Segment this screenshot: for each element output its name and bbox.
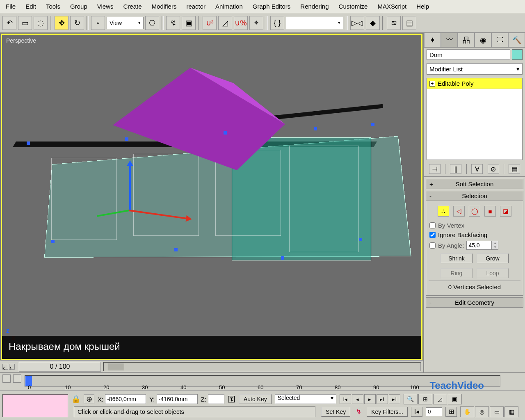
expand-icon[interactable]: + [429, 81, 435, 87]
percent-snap-icon[interactable]: ∪% [234, 16, 248, 30]
align-icon[interactable]: ◆ [366, 16, 380, 30]
menu-modifiers[interactable]: Modifiers [148, 1, 181, 11]
track-prev-icon[interactable]: ‹ [2, 364, 8, 370]
menu-customize[interactable]: Customize [335, 1, 372, 11]
vertex-subobj-icon[interactable]: ∴ [438, 206, 449, 217]
undo-icon[interactable]: ↶ [2, 16, 16, 30]
current-frame-input[interactable] [426, 407, 442, 416]
mini-listener[interactable] [2, 394, 68, 417]
object-color-swatch[interactable] [512, 49, 523, 60]
select-circ-icon[interactable]: ◌ [34, 16, 48, 30]
abs-transform-icon[interactable]: ⊕ [84, 394, 94, 404]
layers-icon[interactable]: ≋ [387, 16, 401, 30]
rollout-edit-geometry[interactable]: -Edit Geometry [426, 297, 523, 308]
walk-icon[interactable]: ▭ [490, 406, 504, 417]
menu-maxscript[interactable]: MAXScript [373, 1, 411, 11]
loop-button[interactable]: Loop [477, 268, 509, 278]
modifier-list-select[interactable]: Modifier List [427, 63, 523, 75]
edge-subobj-icon[interactable]: ◁ [453, 206, 465, 217]
ref-coord-select[interactable]: View [107, 17, 144, 29]
frame-indicator[interactable]: 0 / 100 [19, 362, 101, 372]
menu-file[interactable]: File [2, 1, 20, 11]
modify-tab-icon[interactable]: 〰 [441, 33, 458, 47]
fov-icon[interactable]: ◿ [433, 394, 447, 404]
menu-reactor[interactable]: reactor [182, 1, 210, 11]
box-icon[interactable]: ▣ [182, 16, 196, 30]
rotate-icon[interactable]: ↻ [70, 16, 84, 30]
time-config-icon[interactable]: I◂ [411, 407, 422, 417]
curve-editor-icon[interactable]: ▤ [402, 16, 416, 30]
polygon-subobj-icon[interactable]: ■ [484, 206, 496, 217]
menu-animation[interactable]: Animation [211, 1, 247, 11]
spinner-down-icon[interactable]: ▾ [491, 245, 498, 249]
menu-rendering[interactable]: Rendering [296, 1, 333, 11]
move-icon[interactable]: ✥ [55, 16, 68, 30]
min-max-icon[interactable]: ▦ [504, 406, 518, 417]
hierarchy-tab-icon[interactable]: 品 [458, 33, 475, 47]
unique-icon[interactable]: ∀ [471, 164, 483, 174]
menu-graph-editors[interactable]: Graph Editors [249, 1, 295, 11]
menu-help[interactable]: Help [412, 1, 433, 11]
pivot-icon[interactable]: ⎔ [145, 16, 159, 30]
key-filters-button[interactable]: Key Filters... [367, 407, 408, 417]
time-config-icon[interactable]: ⊞ [445, 407, 457, 417]
menu-create[interactable]: Create [119, 1, 146, 11]
next-frame-icon[interactable]: ▸I [377, 394, 388, 404]
z-coord-input[interactable] [208, 394, 224, 404]
utilities-tab-icon[interactable]: 🔨 [508, 33, 525, 47]
scale-icon[interactable]: ▫ [91, 16, 105, 30]
set-key-button[interactable]: Set Key [321, 407, 350, 417]
goto-end-icon[interactable]: ▸I [389, 394, 400, 404]
key-tangent-icon[interactable]: ↯ [354, 408, 363, 415]
element-subobj-icon[interactable]: ◪ [500, 206, 511, 217]
remove-mod-icon[interactable]: ⊘ [488, 164, 499, 174]
rollout-selection[interactable]: -Selection [426, 191, 523, 201]
by-angle-input[interactable] [467, 242, 491, 249]
configure-icon[interactable]: ▤ [509, 164, 520, 174]
mini-btn-icon[interactable] [13, 374, 21, 383]
pan-icon[interactable]: ✋ [460, 406, 474, 417]
play-icon[interactable]: ▸ [364, 394, 376, 404]
mini-btn-icon[interactable] [2, 374, 11, 383]
key-filter-select[interactable]: Selected [275, 394, 336, 404]
time-slider[interactable] [103, 362, 421, 371]
zoom-ext-icon[interactable]: ▣ [448, 394, 462, 404]
object-name-input[interactable] [427, 49, 510, 60]
transform-gizmo[interactable] [109, 162, 174, 228]
display-tab-icon[interactable]: 🖵 [491, 33, 508, 47]
show-end-icon[interactable]: ∥ [450, 164, 461, 174]
lock-icon[interactable]: 🔒 [71, 395, 80, 404]
grow-button[interactable]: Grow [477, 253, 509, 263]
angle-snap-icon[interactable]: ◿ [218, 16, 232, 30]
shrink-button[interactable]: Shrink [441, 253, 472, 263]
menu-group[interactable]: Group [66, 1, 91, 11]
create-tab-icon[interactable]: ✦ [424, 33, 441, 47]
manip-icon[interactable]: ↯ [166, 16, 180, 30]
y-coord-input[interactable] [157, 394, 198, 404]
rollout-soft-selection[interactable]: +Soft Selection [426, 179, 523, 189]
x-coord-input[interactable] [105, 394, 146, 404]
menu-tools[interactable]: Tools [42, 1, 64, 11]
stack-item-editable-poly[interactable]: + Editable Poly [427, 78, 522, 89]
ignore-backfacing-checkbox[interactable] [429, 232, 436, 238]
select-rect-icon[interactable]: ▭ [18, 16, 32, 30]
by-angle-checkbox[interactable] [429, 242, 436, 249]
zoom-all-icon[interactable]: ⊞ [418, 394, 432, 404]
key-mode-icon[interactable]: ⚿ [228, 395, 236, 404]
menu-views[interactable]: Views [93, 1, 118, 11]
zoom-icon[interactable]: 🔍 [404, 394, 418, 404]
arc-rotate-icon[interactable]: ◎ [475, 406, 489, 417]
modifier-stack[interactable]: + Editable Poly [427, 78, 523, 160]
snap-icon[interactable]: ∪³ [203, 16, 217, 30]
ring-button[interactable]: Ring [441, 268, 472, 278]
spinner-snap-icon[interactable]: ⌖ [249, 16, 263, 30]
border-subobj-icon[interactable]: ◯ [469, 206, 480, 217]
by-vertex-checkbox[interactable] [429, 222, 436, 228]
mirror-icon[interactable]: ▷◁ [350, 16, 364, 30]
pin-stack-icon[interactable]: ⊣ [429, 164, 441, 174]
time-slider-thumb[interactable] [108, 363, 124, 370]
auto-key-button[interactable]: Auto Key [239, 394, 272, 404]
motion-tab-icon[interactable]: ◉ [475, 33, 491, 47]
spinner-up-icon[interactable]: ▴ [491, 241, 498, 245]
named-sel-icon[interactable]: { } [270, 16, 284, 30]
